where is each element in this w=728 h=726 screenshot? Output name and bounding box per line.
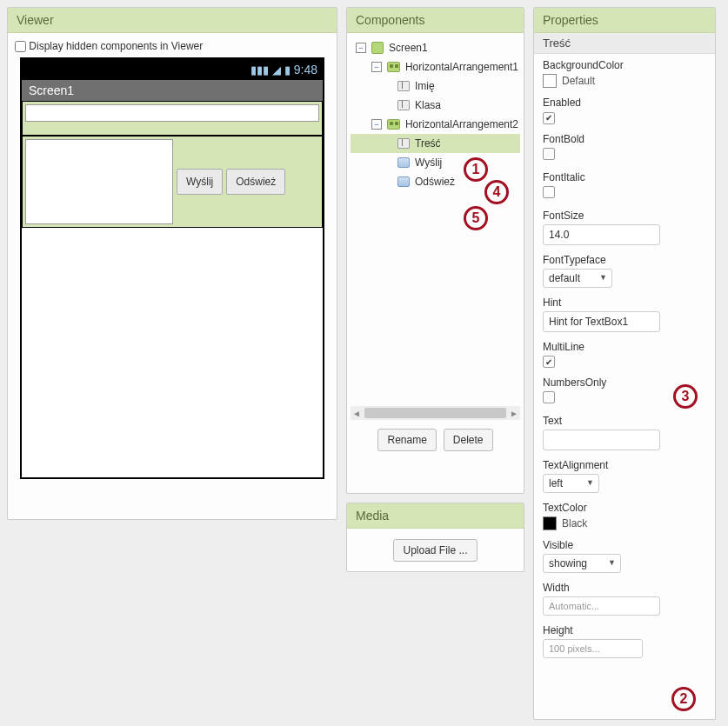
preview-horizontalarrangement1[interactable] [22, 101, 323, 136]
prop-fontitalic: FontItalic [543, 171, 706, 201]
horizontalarrangement-icon [387, 119, 400, 130]
prop-fonttypeface: FontTypeface default [543, 254, 706, 288]
preview-textbox-tresc[interactable] [25, 139, 173, 224]
tree-scrollbar[interactable]: ◄ ► [351, 406, 520, 420]
components-header: Components [347, 8, 524, 33]
prop-label: BackgroundColor [543, 59, 706, 71]
properties-header: Properties [534, 8, 715, 33]
phone-preview: ▮▮▮ ◢ ▮ 9:48 Screen1 Wyślij Odśwież [20, 57, 324, 479]
textbox-icon [397, 81, 410, 91]
multiline-checkbox[interactable] [543, 356, 555, 368]
prop-textalignment: TextAlignment left [543, 459, 706, 493]
prop-label: MultiLine [543, 341, 706, 353]
rename-button[interactable]: Rename [377, 429, 436, 451]
textcolor-picker[interactable]: Black [543, 516, 706, 530]
prop-label: TextColor [543, 502, 706, 514]
tree-row-klasa[interactable]: Klasa [351, 96, 520, 115]
enabled-checkbox[interactable] [543, 112, 555, 124]
tree-row-harr2[interactable]: − HorizontalArrangement2 [351, 115, 520, 134]
hint-input[interactable] [543, 311, 660, 332]
media-header: Media [347, 503, 524, 529]
delete-button[interactable]: Delete [444, 429, 493, 451]
viewer-panel: Viewer Display hidden components in View… [7, 7, 337, 520]
height-input[interactable] [543, 639, 643, 658]
backgroundcolor-picker[interactable]: Default [543, 74, 706, 88]
numbersonly-checkbox[interactable] [543, 391, 555, 403]
tree-toggle-icon[interactable]: − [371, 119, 382, 130]
scroll-left-icon[interactable]: ◄ [351, 407, 363, 419]
textalignment-select[interactable]: left [543, 474, 599, 493]
display-hidden-row: Display hidden components in Viewer [15, 40, 330, 52]
preview-textbox-imie[interactable] [25, 104, 319, 122]
tree-label: HorizontalArrangement1 [404, 60, 520, 74]
preview-button-odswiez[interactable]: Odśwież [226, 169, 285, 195]
prop-label: TextAlignment [543, 459, 706, 471]
tree-label: Odśwież [413, 175, 457, 189]
scroll-thumb[interactable] [364, 408, 506, 418]
tree-row-odswiez[interactable]: Odśwież [351, 172, 520, 191]
prop-width: Width [543, 582, 706, 616]
upload-file-button[interactable]: Upload File ... [393, 539, 477, 562]
tree-row-imie[interactable]: Imię [351, 77, 520, 96]
viewer-header: Viewer [8, 8, 337, 33]
prop-height: Height [543, 624, 706, 658]
width-input[interactable] [543, 596, 660, 616]
properties-selected-component: Treść [534, 33, 715, 54]
prop-visible: Visible showing [543, 539, 706, 573]
display-hidden-label: Display hidden components in Viewer [29, 40, 203, 52]
media-panel: Media Upload File ... [346, 503, 524, 572]
prop-label: NumbersOnly [543, 376, 706, 389]
tree-row-harr1[interactable]: − HorizontalArrangement1 [351, 57, 520, 77]
preview-horizontalarrangement2[interactable]: Wyślij Odśwież [22, 136, 323, 228]
display-hidden-checkbox[interactable] [15, 41, 26, 52]
fontbold-checkbox[interactable] [543, 148, 555, 160]
wifi-icon: ◢ [272, 63, 281, 77]
tree-toggle-icon[interactable]: − [356, 43, 366, 53]
color-swatch [543, 516, 557, 530]
prop-text: Text [543, 415, 706, 450]
horizontalarrangement-icon [387, 62, 400, 72]
button-icon [397, 177, 410, 187]
prop-fontsize: FontSize [543, 210, 706, 245]
tree-row-screen1[interactable]: − Screen1 [351, 38, 520, 57]
tree-row-wyslij[interactable]: Wyślij [351, 153, 520, 172]
prop-enabled: Enabled [543, 97, 706, 124]
media-body: Upload File ... [347, 529, 524, 572]
prop-label: FontItalic [543, 171, 706, 183]
color-swatch [543, 74, 557, 88]
components-buttons: Rename Delete [347, 420, 524, 462]
middle-column: Components − Screen1 − HorizontalArrange… [346, 7, 524, 720]
button-icon [397, 157, 410, 168]
prop-label: Text [543, 415, 706, 427]
battery-icon: ▮ [284, 63, 291, 77]
app-root: Viewer Display hidden components in View… [0, 0, 728, 726]
prop-label: FontTypeface [543, 254, 706, 266]
tree-label: Treść [413, 137, 443, 150]
visible-select[interactable]: showing [543, 554, 621, 573]
prop-backgroundcolor: BackgroundColor Default [543, 59, 706, 88]
prop-label: Enabled [543, 97, 706, 109]
text-input[interactable] [543, 430, 660, 450]
fontsize-input[interactable] [543, 224, 660, 245]
tree-row-tresc[interactable]: Treść [351, 134, 520, 153]
prop-multiline: MultiLine [543, 341, 706, 369]
fontitalic-checkbox[interactable] [543, 186, 555, 198]
tree-label: Imię [413, 79, 437, 93]
prop-label: Hint [543, 296, 706, 309]
screen-icon [371, 42, 384, 54]
properties-body: BackgroundColor Default Enabled FontBold… [534, 54, 715, 672]
prop-label: Visible [543, 539, 706, 551]
prop-label: Height [543, 624, 706, 636]
viewer-body: Display hidden components in Viewer ▮▮▮ … [8, 33, 337, 486]
tree-toggle-icon[interactable]: − [371, 62, 382, 72]
scroll-right-icon[interactable]: ► [508, 407, 520, 419]
tree-label: Klasa [413, 98, 443, 112]
prop-label: FontBold [543, 133, 706, 145]
tree-label: Screen1 [387, 41, 430, 55]
prop-label: FontSize [543, 210, 706, 222]
prop-fontbold: FontBold [543, 133, 706, 163]
preview-button-wyslij[interactable]: Wyślij [177, 169, 223, 195]
prop-label: Width [543, 582, 706, 594]
backgroundcolor-value: Default [562, 75, 595, 87]
fonttypeface-select[interactable]: default [543, 269, 612, 288]
